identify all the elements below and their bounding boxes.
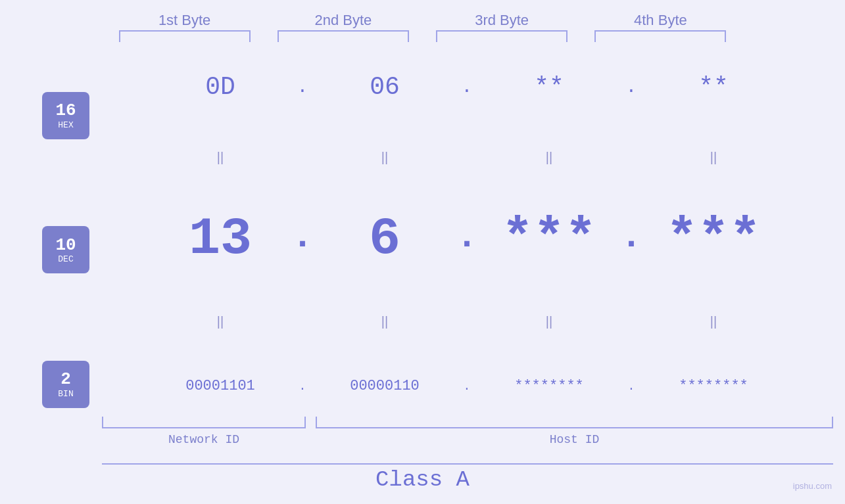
- bin-byte4: ********: [641, 378, 786, 394]
- dec-val-b2: 6: [369, 213, 400, 265]
- hex-sep1: .: [293, 77, 312, 97]
- id-labels: Network ID Host ID: [102, 433, 833, 446]
- eq1-b3: ||: [477, 150, 621, 165]
- dec-byte3: ***: [477, 213, 621, 265]
- dec-byte1: 13: [148, 213, 293, 265]
- dec-val-b1: 13: [189, 213, 252, 265]
- bin-row: 00001101 . 00000110 . ******** .: [102, 378, 832, 394]
- dec-badge-label: DEC: [58, 254, 73, 264]
- hex-byte2: 06: [312, 73, 457, 101]
- dec-sep1: .: [293, 216, 312, 263]
- page-wrapper: 1st Byte 2nd Byte 3rd Byte 4th Byte 16 H…: [0, 0, 845, 504]
- top-bracket-row: [0, 30, 845, 42]
- bin-badge: 2 BIN: [42, 361, 89, 408]
- bin-badge-label: BIN: [58, 389, 73, 399]
- eq2-b2: ||: [312, 314, 457, 329]
- hex-badge-label: HEX: [58, 120, 73, 130]
- bracket-byte4: [594, 30, 726, 42]
- bracket-byte3: [436, 30, 567, 42]
- byte-headers: 1st Byte 2nd Byte 3rd Byte 4th Byte: [0, 12, 845, 29]
- eq2-b1: ||: [148, 314, 293, 329]
- eq2-b3: ||: [477, 314, 621, 329]
- eq1-b4: ||: [641, 150, 786, 165]
- hex-sep3: .: [621, 77, 641, 97]
- watermark: ipshu.com: [793, 480, 832, 492]
- bin-val-b2: 00000110: [350, 378, 420, 394]
- bin-val-b4: ********: [679, 378, 748, 394]
- dec-badge-num: 10: [55, 236, 76, 255]
- bin-byte2: 00000110: [312, 378, 457, 394]
- eq2-b4: ||: [641, 314, 786, 329]
- byte3-header: 3rd Byte: [429, 12, 574, 29]
- byte2-header: 2nd Byte: [271, 12, 416, 29]
- dec-val-b3: ***: [502, 213, 596, 265]
- eq1-b2: ||: [312, 150, 457, 165]
- bin-val-b1: 00001101: [185, 378, 255, 394]
- dec-byte2: 6: [312, 213, 457, 265]
- equals-row-1: || || || ||: [102, 150, 832, 165]
- hex-badge-num: 16: [55, 101, 76, 120]
- watermark-text: ipshu.com: [793, 481, 832, 491]
- hex-row: 0D . 06 . ** . **: [102, 73, 832, 101]
- hex-badge: 16 HEX: [42, 92, 89, 139]
- bin-sep1: .: [293, 380, 312, 393]
- hex-val-b2: 06: [370, 73, 400, 101]
- hex-byte3: **: [477, 73, 621, 101]
- network-id-label: Network ID: [102, 433, 306, 446]
- bin-sep2: .: [457, 380, 477, 393]
- network-id-bracket: [102, 417, 306, 428]
- equals-row-2: || || || ||: [102, 314, 832, 329]
- bin-byte3: ********: [477, 378, 621, 394]
- host-id-bracket: [316, 417, 833, 428]
- byte1-header: 1st Byte: [112, 12, 257, 29]
- hex-sep2: .: [457, 77, 477, 97]
- dec-sep3: .: [621, 216, 641, 263]
- bracket-byte2: [278, 30, 409, 42]
- eq1-b1: ||: [148, 150, 293, 165]
- bin-byte1: 00001101: [148, 378, 293, 394]
- host-id-label: Host ID: [316, 433, 833, 446]
- hex-byte4: **: [641, 73, 786, 101]
- class-label: Class A: [375, 467, 470, 492]
- dec-val-b4: ***: [666, 213, 761, 265]
- hex-val-b1: 0D: [205, 73, 235, 101]
- dec-badge: 10 DEC: [42, 226, 89, 273]
- hex-val-b4: **: [698, 73, 729, 101]
- bin-sep3: .: [621, 380, 641, 393]
- hex-byte1: 0D: [148, 73, 293, 101]
- bottom-full-line: [102, 463, 833, 465]
- dec-sep2: .: [457, 216, 477, 263]
- dec-byte4: ***: [641, 213, 786, 265]
- bin-val-b3: ********: [514, 378, 584, 394]
- dec-row: 13 . 6 . *** . ***: [102, 213, 832, 265]
- class-label-container: Class A: [0, 467, 845, 492]
- bottom-brackets: [102, 417, 833, 428]
- bracket-byte1: [119, 30, 251, 42]
- hex-val-b3: **: [534, 73, 564, 101]
- byte4-header: 4th Byte: [588, 12, 733, 29]
- bin-badge-num: 2: [60, 370, 71, 389]
